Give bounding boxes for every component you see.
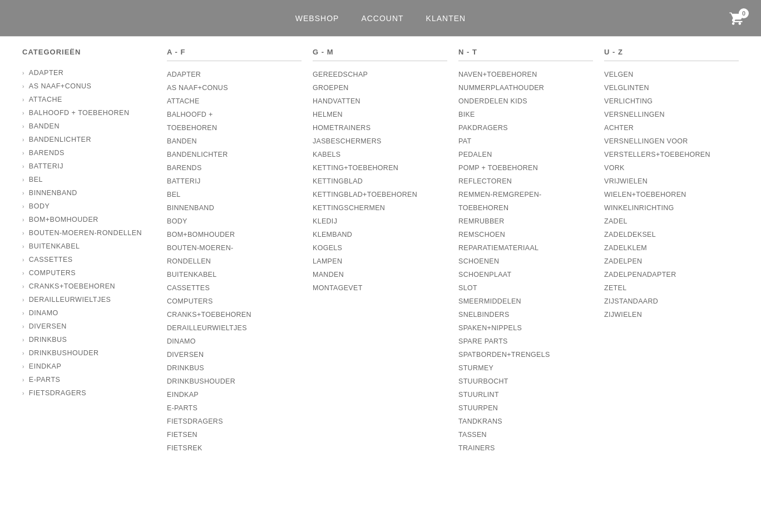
list-item[interactable]: TOEBEHOREN bbox=[458, 201, 593, 215]
list-item[interactable]: BARENDS bbox=[167, 161, 302, 175]
list-item[interactable]: ZADELPEN bbox=[604, 255, 739, 268]
list-item[interactable]: SPARE PARTS bbox=[458, 335, 593, 348]
list-item[interactable]: BODY bbox=[167, 215, 302, 228]
list-item[interactable]: KETTINGSCHERMEN bbox=[313, 201, 447, 215]
list-item[interactable]: MONTAGEVET bbox=[313, 281, 447, 295]
list-item[interactable]: HOMETRAINERS bbox=[313, 121, 447, 135]
sidebar-item[interactable]: ›E-PARTS bbox=[22, 373, 156, 386]
list-item[interactable]: E-PARTS bbox=[167, 401, 302, 415]
list-item[interactable]: BATTERIJ bbox=[167, 175, 302, 188]
list-item[interactable]: TRAINERS bbox=[458, 441, 593, 455]
list-item[interactable]: TASSEN bbox=[458, 428, 593, 441]
list-item[interactable]: ZADELKLEM bbox=[604, 241, 739, 255]
sidebar-item[interactable]: ›BARENDS bbox=[22, 146, 156, 160]
nav-webshop[interactable]: WEBSHOP bbox=[295, 14, 339, 23]
sidebar-item[interactable]: ›BANDENLICHTER bbox=[22, 133, 156, 146]
list-item[interactable]: BUITENKABEL bbox=[167, 268, 302, 281]
list-item[interactable]: SPATBORDEN+TRENGELS bbox=[458, 348, 593, 361]
sidebar-item[interactable]: ›DINAMO bbox=[22, 306, 156, 320]
list-item[interactable]: ACHTER bbox=[604, 121, 739, 135]
cart-button[interactable]: 0 bbox=[729, 11, 744, 26]
list-item[interactable]: PEDALEN bbox=[458, 148, 593, 161]
list-item[interactable]: DIVERSEN bbox=[167, 348, 302, 361]
list-item[interactable]: REMMEN-REMGREPEN- bbox=[458, 188, 593, 201]
list-item[interactable]: JASBESCHERMERS bbox=[313, 135, 447, 148]
sidebar-item[interactable]: ›DERAILLEURWIELTJES bbox=[22, 293, 156, 306]
list-item[interactable]: SNELBINDERS bbox=[458, 308, 593, 321]
list-item[interactable]: MANDEN bbox=[313, 268, 447, 281]
list-item[interactable]: VERLICHTING bbox=[604, 95, 739, 108]
sidebar-item[interactable]: ›BALHOOFD + TOEBEHOREN bbox=[22, 106, 156, 120]
list-item[interactable]: SMEERMIDDELEN bbox=[458, 295, 593, 308]
sidebar-item[interactable]: ›CRANKS+TOEBEHOREN bbox=[22, 280, 156, 293]
nav-klanten[interactable]: KLANTEN bbox=[426, 14, 466, 23]
sidebar-item[interactable]: ›DRINKBUSHOUDER bbox=[22, 346, 156, 360]
list-item[interactable]: PAKDRAGERS bbox=[458, 121, 593, 135]
list-item[interactable]: VELGEN bbox=[604, 68, 739, 81]
sidebar-item[interactable]: ›BINNENBAND bbox=[22, 186, 156, 200]
sidebar-item[interactable]: ›ATTACHE bbox=[22, 93, 156, 106]
list-item[interactable]: GROEPEN bbox=[313, 81, 447, 95]
list-item[interactable]: FIETSREK bbox=[167, 441, 302, 455]
sidebar-item[interactable]: ›COMPUTERS bbox=[22, 266, 156, 280]
list-item[interactable]: EINDKAP bbox=[167, 388, 302, 401]
list-item[interactable]: KETTINGBLAD bbox=[313, 175, 447, 188]
list-item[interactable]: REMRUBBER bbox=[458, 215, 593, 228]
list-item[interactable]: KLEMBAND bbox=[313, 228, 447, 241]
list-item[interactable]: LAMPEN bbox=[313, 255, 447, 268]
sidebar-item[interactable]: ›EINDKAP bbox=[22, 360, 156, 373]
list-item[interactable]: BOUTEN-MOEREN- bbox=[167, 241, 302, 255]
list-item[interactable]: FIETSEN bbox=[167, 428, 302, 441]
list-item[interactable]: WIELEN+TOEBEHOREN bbox=[604, 188, 739, 201]
list-item[interactable]: CRANKS+TOEBEHOREN bbox=[167, 308, 302, 321]
list-item[interactable]: VELGLINTEN bbox=[604, 81, 739, 95]
list-item[interactable]: NAVEN+TOEBEHOREN bbox=[458, 68, 593, 81]
list-item[interactable]: BEL bbox=[167, 188, 302, 201]
list-item[interactable]: WINKELINRICHTING bbox=[604, 201, 739, 215]
list-item[interactable]: STURMEY bbox=[458, 361, 593, 375]
sidebar-item[interactable]: ›BOUTEN-MOEREN-RONDELLEN bbox=[22, 226, 156, 240]
list-item[interactable]: SPAKEN+NIPPELS bbox=[458, 321, 593, 335]
list-item[interactable]: ZIJWIELEN bbox=[604, 308, 739, 321]
sidebar-item[interactable]: ›BANDEN bbox=[22, 120, 156, 133]
sidebar-item[interactable]: ›DRINKBUS bbox=[22, 333, 156, 346]
list-item[interactable]: ZADELDEKSEL bbox=[604, 228, 739, 241]
list-item[interactable]: ONDERDELEN KIDS bbox=[458, 95, 593, 108]
sidebar-item[interactable]: ›FIETSDRAGERS bbox=[22, 386, 156, 400]
list-item[interactable]: PAT bbox=[458, 135, 593, 148]
list-item[interactable]: BINNENBAND bbox=[167, 201, 302, 215]
nav-account[interactable]: ACCOUNT bbox=[361, 14, 403, 23]
list-item[interactable]: REPARATIEMATERIAAL bbox=[458, 241, 593, 255]
list-item[interactable]: VRIJWIELEN bbox=[604, 175, 739, 188]
list-item[interactable]: STUURBOCHT bbox=[458, 375, 593, 388]
list-item[interactable]: STUURPEN bbox=[458, 401, 593, 415]
list-item[interactable]: POMP + TOEBEHOREN bbox=[458, 161, 593, 175]
list-item[interactable]: ADAPTER bbox=[167, 68, 302, 81]
list-item[interactable]: REFLECTOREN bbox=[458, 175, 593, 188]
sidebar-item[interactable]: ›DIVERSEN bbox=[22, 320, 156, 333]
list-item[interactable]: SCHOENPLAAT bbox=[458, 268, 593, 281]
sidebar-item[interactable]: ›BODY bbox=[22, 200, 156, 213]
list-item[interactable]: DINAMO bbox=[167, 335, 302, 348]
sidebar-item[interactable]: ›AS NAAF+CONUS bbox=[22, 79, 156, 93]
list-item[interactable]: HANDVATTEN bbox=[313, 95, 447, 108]
list-item[interactable]: KOGELS bbox=[313, 241, 447, 255]
list-item[interactable]: KETTING+TOEBEHOREN bbox=[313, 161, 447, 175]
list-item[interactable]: NUMMERPLAATHOUDER bbox=[458, 81, 593, 95]
list-item[interactable]: VERSTELLERS+TOEBEHOREN bbox=[604, 148, 739, 161]
list-item[interactable]: DRINKBUSHOUDER bbox=[167, 375, 302, 388]
list-item[interactable]: BANDENLICHTER bbox=[167, 148, 302, 161]
list-item[interactable]: CASSETTES bbox=[167, 281, 302, 295]
list-item[interactable]: SLOT bbox=[458, 281, 593, 295]
sidebar-item[interactable]: ›CASSETTES bbox=[22, 253, 156, 266]
list-item[interactable]: BANDEN bbox=[167, 135, 302, 148]
list-item[interactable]: BIKE bbox=[458, 108, 593, 121]
list-item[interactable]: KETTINGBLAD+TOEBEHOREN bbox=[313, 188, 447, 201]
sidebar-item[interactable]: ›BOM+BOMHOUDER bbox=[22, 213, 156, 226]
list-item[interactable]: RONDELLEN bbox=[167, 255, 302, 268]
list-item[interactable]: VERSNELLINGEN bbox=[604, 108, 739, 121]
list-item[interactable]: TOEBEHOREN bbox=[167, 121, 302, 135]
list-item[interactable]: ZIJSTANDAARD bbox=[604, 295, 739, 308]
list-item[interactable]: ATTACHE bbox=[167, 95, 302, 108]
list-item[interactable]: DRINKBUS bbox=[167, 361, 302, 375]
